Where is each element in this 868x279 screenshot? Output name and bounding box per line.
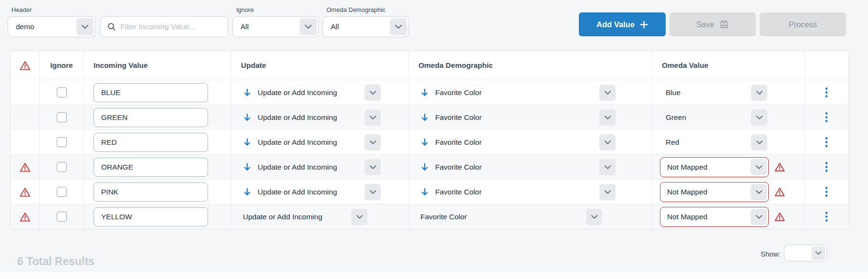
omeda-demographic-select[interactable]: Favorite Color <box>417 109 617 126</box>
update-select[interactable]: Update or Add Incoming <box>239 109 382 126</box>
warning-icon <box>774 212 785 222</box>
row-menu-button[interactable] <box>822 158 832 176</box>
arrow-down-icon <box>243 88 251 97</box>
search-icon <box>107 22 116 31</box>
row-warning-cell <box>10 155 40 179</box>
incoming-value-column-header: Incoming Value <box>84 51 231 80</box>
row-warning-cell <box>10 105 40 129</box>
arrow-down-icon <box>420 163 429 172</box>
header-field-label: Header <box>11 6 32 13</box>
omeda-value-select[interactable]: Blue <box>660 85 769 101</box>
chevron-down-icon <box>390 18 407 35</box>
show-page-size-select[interactable] <box>784 245 827 261</box>
actions-column-header <box>805 51 848 80</box>
omeda-value-column-header: Omeda Value <box>652 51 805 80</box>
chevron-down-icon <box>599 184 616 200</box>
warning-icon <box>20 187 31 197</box>
chevron-down-icon <box>751 159 767 175</box>
omeda-value-select-value: Not Mapped <box>667 188 707 196</box>
incoming-value-field <box>94 108 208 127</box>
plus-icon <box>640 21 648 29</box>
add-value-label: Add Value <box>596 20 635 29</box>
update-select[interactable]: Update or Add Incoming <box>239 134 382 150</box>
ignore-checkbox[interactable] <box>57 87 67 97</box>
process-label: Process <box>789 20 817 29</box>
table-row: Update or Add Incoming Favorite Color Re… <box>10 129 848 154</box>
table-row: Update or Add Incoming Favorite Color Gr… <box>10 105 848 129</box>
omeda-value-select[interactable]: Green <box>660 109 769 126</box>
omeda-value-select-value: Red <box>666 138 679 147</box>
arrow-down-icon <box>243 163 251 172</box>
chevron-down-icon <box>599 134 616 150</box>
row-warning-cell <box>10 80 40 105</box>
incoming-value-field <box>94 207 208 226</box>
add-value-button[interactable]: Add Value <box>579 12 666 36</box>
update-select[interactable]: Update or Add Incoming <box>239 159 382 175</box>
update-select-value: Update or Add Incoming <box>243 213 322 221</box>
header-select[interactable]: demo <box>8 16 95 37</box>
ignore-checkbox[interactable] <box>57 162 67 172</box>
omeda-demographic-select[interactable]: Favorite Color <box>417 159 617 175</box>
chevron-down-icon <box>365 184 381 200</box>
row-menu-button[interactable] <box>822 208 832 225</box>
chevron-down-icon <box>586 209 602 225</box>
incoming-value-input[interactable] <box>94 113 208 122</box>
table-row: Update or Add Incoming Favorite Color Bl… <box>10 80 848 105</box>
incoming-value-input[interactable] <box>94 88 208 97</box>
update-select[interactable]: Update or Add Incoming <box>239 209 369 225</box>
arrow-down-icon <box>243 138 251 147</box>
ignore-filter-select[interactable]: All <box>232 16 319 37</box>
incoming-value-field <box>94 158 208 177</box>
row-menu-button[interactable] <box>822 84 832 101</box>
table-header-row: Ignore Incoming Value Update Omeda Demog… <box>10 51 848 80</box>
incoming-value-input[interactable] <box>94 213 208 221</box>
omeda-demographic-select-value: Favorite Color <box>435 138 481 147</box>
ignore-checkbox[interactable] <box>57 112 67 122</box>
chevron-down-icon <box>300 18 317 35</box>
row-menu-button[interactable] <box>822 133 832 151</box>
ignore-column-header: Ignore <box>40 51 84 80</box>
ignore-checkbox[interactable] <box>57 137 67 147</box>
ignore-filter-value: All <box>241 22 249 31</box>
incoming-value-field <box>94 182 208 202</box>
omeda-demographic-select-value: Favorite Color <box>435 163 481 172</box>
chevron-down-icon <box>751 134 767 150</box>
warning-icon <box>20 60 31 71</box>
incoming-value-input[interactable] <box>94 138 208 147</box>
filter-incoming-value-input[interactable] <box>120 22 216 31</box>
omeda-demographic-select[interactable]: Favorite Color <box>417 209 604 225</box>
chevron-down-icon <box>751 184 767 200</box>
row-menu-button[interactable] <box>822 108 832 126</box>
omeda-value-select-value: Not Mapped <box>667 163 707 172</box>
omeda-value-select[interactable]: Not Mapped <box>660 157 769 177</box>
arrow-down-icon <box>420 188 429 196</box>
chevron-down-icon <box>599 109 616 126</box>
omeda-value-select[interactable]: Not Mapped <box>660 207 769 227</box>
row-menu-button[interactable] <box>822 183 832 201</box>
update-select[interactable]: Update or Add Incoming <box>239 184 382 200</box>
update-select[interactable]: Update or Add Incoming <box>239 85 382 101</box>
update-select-value: Update or Add Incoming <box>258 138 337 147</box>
omeda-demographic-filter-select[interactable]: All <box>323 16 409 37</box>
omeda-demographic-filter-label: Omeda Demographic <box>326 6 386 13</box>
omeda-demographic-column-header: Omeda Demographic <box>409 51 652 80</box>
save-button[interactable]: Save <box>669 12 756 36</box>
omeda-demographic-select[interactable]: Favorite Color <box>417 134 617 150</box>
omeda-demographic-select[interactable]: Favorite Color <box>417 184 617 200</box>
ignore-checkbox[interactable] <box>57 187 67 197</box>
incoming-value-input[interactable] <box>94 163 208 172</box>
warning-icon <box>20 162 31 172</box>
arrow-down-icon <box>420 138 429 147</box>
omeda-value-select[interactable]: Red <box>660 134 769 150</box>
omeda-value-select[interactable]: Not Mapped <box>660 182 769 202</box>
incoming-value-input[interactable] <box>94 188 208 196</box>
process-button[interactable]: Process <box>760 12 846 36</box>
chevron-down-icon <box>599 85 616 101</box>
omeda-demographic-select[interactable]: Favorite Color <box>417 85 617 101</box>
warning-icon <box>774 187 785 197</box>
header-select-value: demo <box>16 22 34 31</box>
ignore-checkbox[interactable] <box>57 212 67 222</box>
update-select-value: Update or Add Incoming <box>258 113 337 122</box>
row-warning-cell <box>10 180 40 204</box>
omeda-demographic-filter-value: All <box>331 22 339 31</box>
